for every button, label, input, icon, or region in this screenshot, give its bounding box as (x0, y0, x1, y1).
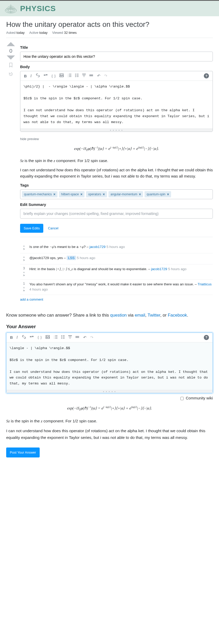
body-textarea[interactable]: \phi)/2} | - \rangle \langle - | \alpha … (20, 81, 213, 128)
comment: 3▲⚑Hint: in the basis |+⟩, |−⟩ S_z is di… (20, 264, 213, 280)
ans-bold-button[interactable]: B (10, 335, 13, 340)
bookmark-icon[interactable] (9, 63, 13, 69)
comment-user[interactable]: jacob1729 (89, 245, 105, 249)
comment-user[interactable]: jacob1729 (151, 267, 167, 271)
resize-grippie[interactable]: ● ● ● ● ● (20, 128, 213, 132)
comment: 1▲⚑You also haven't shown any of your "m… (20, 280, 213, 295)
ans-ol-button[interactable]: 123 (54, 335, 57, 340)
editor-toolbar: B I ❝❞ { } 123 (20, 71, 213, 81)
site-name[interactable]: PHYSICS (20, 4, 56, 13)
your-answer-heading: Your Answer (6, 324, 213, 329)
image-button[interactable] (60, 74, 64, 78)
community-wiki-checkbox[interactable] (180, 397, 184, 400)
tags-input[interactable]: quantum-mechanics ×hilbert-space ×operat… (20, 189, 213, 199)
asked-value: today (16, 31, 25, 35)
share-email-link[interactable]: email (135, 313, 145, 318)
italic-button[interactable]: I (30, 74, 32, 78)
ans-heading-button[interactable] (68, 335, 72, 340)
tag-remove-icon[interactable]: × (167, 192, 169, 196)
question-meta: Asked today Active today Viewed 32 times (6, 31, 213, 38)
code-button[interactable]: { } (51, 74, 56, 78)
answer-grippie[interactable]: ● ● ● ● ● (6, 390, 213, 393)
share-facebook-link[interactable]: Facebook (168, 313, 187, 318)
bold-button[interactable]: B (24, 74, 27, 78)
answer-preview: exp(−iSzφ(ℏ)−1)|α⟩ = e(−iφ)/2|+⟩⟨+|α⟩ + … (6, 403, 213, 441)
ans-code-button[interactable]: { } (37, 335, 42, 340)
site-header: PHYSICS (0, 1, 219, 16)
heading-button[interactable] (82, 74, 86, 78)
ans-quote-button[interactable]: ❝❞ (30, 335, 34, 340)
tag-chip[interactable]: operators × (86, 191, 107, 197)
comment-flag-icon[interactable]: ⚑ (23, 259, 25, 262)
answer-textarea[interactable]: \langle - | \alpha \rangle.$$ $Sz$ is th… (6, 342, 213, 390)
downvote-button[interactable] (7, 55, 15, 60)
tag-remove-icon[interactable]: × (139, 192, 141, 196)
comment-body: Hint: in the basis |+⟩, |−⟩ S_z is diago… (29, 267, 212, 277)
comment-upvote-icon[interactable]: ▲ (23, 286, 25, 289)
comment: ▲⚑Is one of the −φ's meant to be a +φ? –… (20, 242, 213, 253)
ans-image-button[interactable] (46, 335, 50, 340)
answer-editor: B I ❝❞ { } 123 ↶ ↷ ? \langle - | \al (6, 333, 213, 393)
comment-time: 5 hours ago (106, 245, 125, 249)
ans-ul-button[interactable] (61, 335, 65, 340)
quote-button[interactable]: ❝❞ (44, 74, 48, 78)
hide-preview-link[interactable]: hide preview (20, 137, 39, 141)
community-wiki-label[interactable]: Community wiki (180, 396, 213, 400)
link-button[interactable] (36, 74, 40, 78)
edit-summary-input[interactable] (20, 209, 213, 219)
active-label: Active (29, 31, 38, 35)
ans-preview-paragraph: I can not understand how does this opera… (6, 428, 213, 441)
comment-flag-icon[interactable]: ⚑ (23, 289, 25, 293)
svg-point-13 (75, 75, 76, 76)
comment-time: 4 hours ago (29, 287, 48, 291)
ol-button[interactable]: 123 (68, 74, 71, 78)
share-twitter-link[interactable]: Twitter (148, 313, 160, 318)
tag-chip[interactable]: hilbert-space × (59, 191, 85, 197)
comment-upvote-icon[interactable]: ▲ (23, 271, 25, 273)
viewed-label: Viewed (52, 31, 63, 35)
cancel-button[interactable]: Cancel (48, 226, 58, 230)
add-comment-link[interactable]: add a comment (20, 297, 43, 301)
editor-help-icon[interactable]: ? (204, 73, 209, 78)
comment-score: 1▲⚑ (21, 282, 27, 293)
svg-point-33 (61, 336, 62, 337)
comment-flag-icon[interactable]: ⚑ (23, 274, 25, 277)
comment-user[interactable]: LSS (67, 256, 76, 260)
ul-button[interactable] (75, 74, 79, 78)
tag-remove-icon[interactable]: × (80, 192, 82, 196)
comment-upvote-icon[interactable]: ▲ (23, 244, 25, 247)
preview-sz-end: component. For 1/2 spin case. (55, 158, 108, 163)
redo-button[interactable]: ↷ (104, 74, 107, 78)
comment-upvote-icon[interactable]: ▲ (23, 255, 25, 258)
undo-button[interactable]: ↶ (97, 74, 100, 78)
tag-remove-icon[interactable]: × (103, 192, 105, 196)
tag-chip[interactable]: quantum-mechanics × (22, 191, 57, 197)
comment-user[interactable]: Triatticus (198, 282, 212, 286)
answer-toolbar: B I ❝❞ { } 123 ↶ ↷ ? (6, 333, 213, 342)
history-icon[interactable] (9, 72, 13, 78)
comment-body: @jacob1729 ops, yes – LSS 5 hours ago (29, 255, 212, 262)
ans-help-icon[interactable]: ? (204, 335, 209, 340)
svg-point-14 (75, 76, 76, 77)
ans-redo-button[interactable]: ↷ (90, 335, 94, 340)
ans-hr-button[interactable] (75, 335, 79, 340)
viewed-value: 32 times (64, 31, 77, 35)
ans-italic-button[interactable]: I (16, 335, 18, 340)
tag-remove-icon[interactable]: × (53, 192, 55, 196)
comment-score: ▲⚑ (21, 244, 27, 251)
share-question-link[interactable]: question (110, 313, 127, 318)
title-input[interactable] (20, 52, 213, 61)
ans-undo-button[interactable]: ↶ (83, 335, 87, 340)
save-edits-button[interactable]: Save Edits (20, 224, 43, 233)
active-value: today (39, 31, 48, 35)
comment-flag-icon[interactable]: ⚑ (23, 248, 25, 251)
tag-chip[interactable]: quantum-spin × (145, 191, 171, 197)
ans-link-button[interactable] (22, 335, 26, 340)
hr-button[interactable] (89, 74, 93, 78)
vote-cell: 0 (6, 42, 15, 307)
share-prompt: Know someone who can answer? Share a lin… (6, 312, 213, 319)
tag-chip[interactable]: angular-momentum × (108, 191, 143, 197)
body-preview: exp(−iSzφ(ℏ)−1)|α⟩ = e(−iφ)/2|+⟩⟨+|α⟩ + … (20, 143, 213, 179)
post-answer-button[interactable]: Post Your Answer (6, 447, 40, 457)
upvote-button[interactable] (7, 42, 15, 46)
